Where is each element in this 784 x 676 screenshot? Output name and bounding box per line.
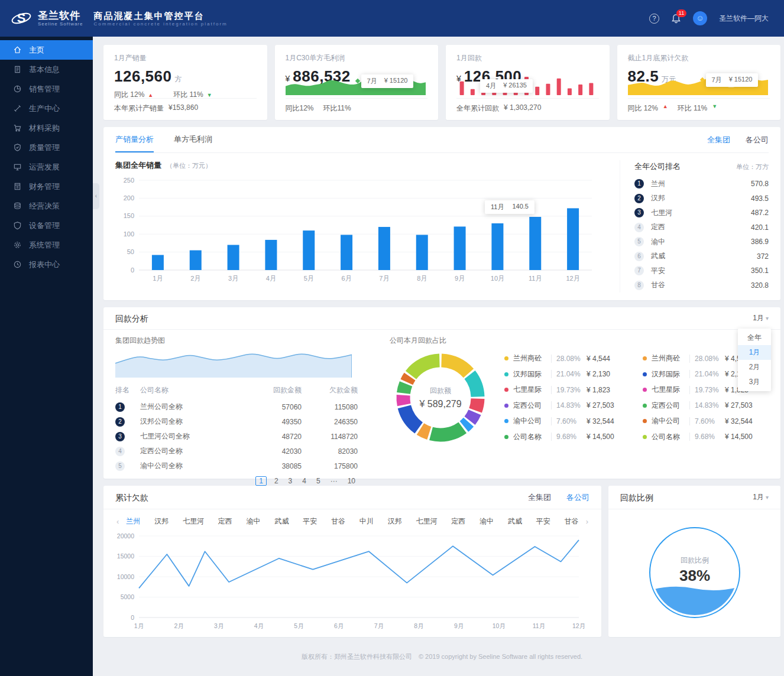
page-button-10[interactable]: 10 [345, 477, 358, 485]
svg-text:6月: 6月 [342, 275, 352, 282]
column-header: 回款金额 [248, 382, 302, 399]
sidebar-item-运营发展[interactable]: 运营发展 [0, 157, 93, 177]
bottom-row: 累计欠款 全集团各公司 ‹ 兰州汉邦七里河定西渝中武威平安甘谷中川汉邦七里河定西… [103, 486, 780, 637]
user-avatar[interactable]: ☺ [693, 11, 707, 25]
kpi-row: 1月产销量 126,560 方 同比 12%▲ 环比 11%▼ 本年累计产销量 … [103, 45, 780, 120]
sidebar-item-label: 主页 [29, 45, 44, 56]
sales-tabs-row: 产销量分析单方毛利润 全集团各公司 [115, 127, 769, 153]
legend-amount: ¥ 1,823 [587, 386, 610, 394]
notifications-button[interactable]: 11 [671, 14, 681, 24]
company-tab-甘谷[interactable]: 甘谷 [565, 516, 579, 526]
rank-badge: 3 [115, 432, 125, 441]
collection-header: 回款分析 1月▾ [103, 307, 780, 330]
sidebar-item-系统管理[interactable]: 系统管理 [0, 235, 93, 255]
column-header: 排名 [115, 382, 140, 399]
sidebar-item-基本信息[interactable]: 基本信息 [0, 60, 93, 79]
scope-tab-全集团[interactable]: 全集团 [707, 135, 730, 145]
section-title: 回款分析 [115, 307, 148, 330]
period-dropdown-menu: 全年1月2月3月 [738, 329, 771, 391]
legend-dot [504, 404, 508, 408]
help-icon[interactable]: ? [649, 14, 659, 24]
legend-percent: 14.83% [689, 401, 723, 410]
tab-产销量分析[interactable]: 产销量分析 [115, 127, 154, 152]
sidebar-item-报表中心[interactable]: 报表中心 [0, 255, 93, 274]
period-option-全年[interactable]: 全年 [738, 330, 771, 345]
period-option-2月[interactable]: 2月 [738, 360, 771, 375]
page-button-1[interactable]: 1 [255, 476, 267, 486]
company-tab-平安[interactable]: 平安 [303, 516, 317, 526]
scope-tab-各公司[interactable]: 各公司 [746, 135, 769, 145]
annual-sales-bar-chart: 11月 140.5 0501001502002501月2月3月4月5月6月7月8… [115, 173, 620, 288]
table-row: 5渝中公司全称38085175800 [115, 459, 358, 473]
scope-tab-各公司[interactable]: 各公司 [566, 486, 589, 509]
sidebar-item-财务管理[interactable]: 财务管理 [0, 177, 93, 196]
sidebar-item-材料采购[interactable]: 材料采购 [0, 118, 93, 138]
company-name: 七里河 [651, 208, 751, 218]
legend-item: 定西公司14.83%¥ 27,503 [504, 398, 630, 414]
company-tab-渝中[interactable]: 渝中 [480, 516, 494, 526]
company-tab-汉邦[interactable]: 汉邦 [154, 516, 169, 526]
svg-text:4月: 4月 [254, 622, 264, 629]
page-button-2[interactable]: 2 [272, 477, 281, 485]
company-tab-定西[interactable]: 定西 [451, 516, 465, 526]
sales-chart-area: 集团全年销量 （单位：万元） 11月 140.5 050100150200250… [115, 160, 620, 292]
svg-text:3月: 3月 [228, 275, 238, 282]
company-tab-武威[interactable]: 武威 [274, 516, 289, 526]
period-option-1月[interactable]: 1月 [738, 345, 771, 360]
ratio-period-dropdown[interactable]: 1月▾ [753, 485, 769, 509]
period-option-3月[interactable]: 3月 [738, 375, 771, 389]
sidebar-item-label: 基本信息 [29, 64, 60, 75]
company-tab-汉邦[interactable]: 汉邦 [388, 516, 402, 526]
arrow-up-icon: ▲ [148, 92, 153, 98]
scope-tab-全集团[interactable]: 全集团 [528, 486, 551, 509]
chevron-down-icon: ▾ [766, 315, 769, 321]
kpi-label: 1月C30单方毛利润 [286, 53, 428, 63]
ratio-body: 回款比例38% [608, 509, 780, 625]
page-button-5[interactable]: 5 [314, 477, 323, 485]
company-value: 487.2 [751, 209, 769, 217]
kpi-card-monthly-collection: 1月回款 ¥ 126,500 4月 ¥ 26135 全年累计回款 ¥ 1,303… [446, 45, 610, 120]
company-tab-七里河[interactable]: 七里河 [416, 516, 437, 526]
svg-text:4月: 4月 [266, 275, 276, 282]
company-tab-兰州[interactable]: 兰州 [126, 516, 140, 526]
pagination-ellipsis: ··· [328, 477, 340, 485]
cart-icon [13, 124, 22, 133]
sidebar-item-销售管理[interactable]: 销售管理 [0, 79, 93, 99]
legend-dot [643, 388, 647, 392]
page-button-4[interactable]: 4 [300, 477, 309, 485]
company-tab-武威[interactable]: 武威 [508, 516, 522, 526]
company-value: 420.1 [751, 223, 769, 232]
sidebar-item-生产中心[interactable]: 生产中心 [0, 99, 93, 118]
company-name-cell: 兰州公司全称 [140, 399, 248, 414]
page-button-3[interactable]: 3 [286, 477, 295, 485]
sidebar-item-质量管理[interactable]: 质量管理 [0, 138, 93, 157]
company-tab-定西[interactable]: 定西 [218, 516, 232, 526]
period-dropdown[interactable]: 1月▾ [753, 307, 769, 330]
scroll-right-icon[interactable]: › [584, 517, 591, 526]
legend-dot [643, 419, 647, 423]
rank-badge: 2 [634, 194, 644, 203]
company-tab-甘谷[interactable]: 甘谷 [331, 516, 345, 526]
scroll-left-icon[interactable]: ‹ [114, 517, 121, 526]
user-name[interactable]: 圣兰软件—阿大 [719, 14, 769, 24]
tooltip-label: 4月 [486, 82, 496, 90]
svg-text:1月: 1月 [153, 275, 163, 282]
company-tab-平安[interactable]: 平安 [536, 516, 550, 526]
chart-title: 集团全年销量 [115, 160, 161, 171]
tab-单方毛利润[interactable]: 单方毛利润 [174, 127, 212, 152]
company-tab-渝中[interactable]: 渝中 [247, 516, 261, 526]
app-title-wrap: 商品混凝土集中管控平台 Commercial concrete integrat… [93, 11, 227, 27]
company-tab-七里河[interactable]: 七里河 [183, 516, 204, 526]
divider [628, 98, 770, 99]
sidebar-item-经营决策[interactable]: 经营决策 [0, 196, 93, 216]
cumulative-debt-line-chart: 050001000015000200001月2月3月4月5月6月7月8月9月10… [103, 528, 601, 635]
rank-badge: 5 [634, 237, 644, 246]
period-selected-value: 1月 [753, 314, 764, 322]
brand-text: 圣兰软件 Seeline Software [38, 11, 83, 27]
sidebar-item-设备管理[interactable]: 设备管理 [0, 216, 93, 235]
sidebar-item-主页[interactable]: 主页 [0, 40, 93, 60]
donut-center-label: 回款额 [430, 386, 451, 396]
legend-dot [504, 435, 508, 439]
company-tab-中川[interactable]: 中川 [359, 516, 374, 526]
sidebar-collapse-handle[interactable]: ‹ [93, 183, 99, 209]
